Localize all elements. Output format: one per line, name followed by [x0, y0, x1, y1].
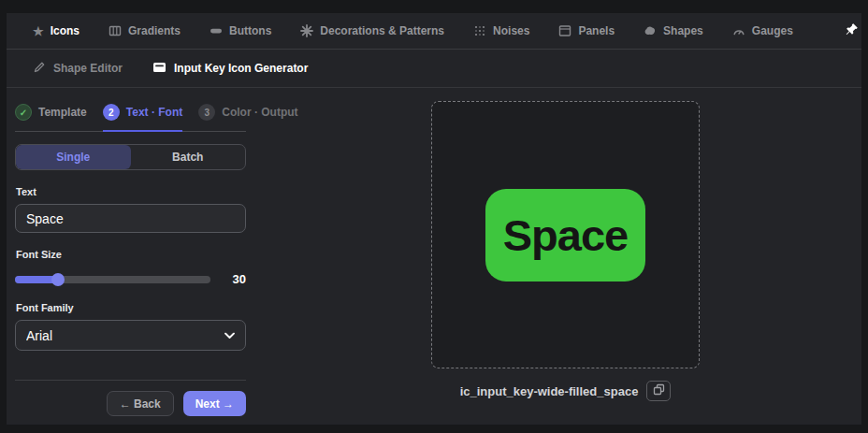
- wizard-buttons: ← Back Next →: [15, 391, 246, 416]
- step-label: Text · Font: [126, 106, 182, 119]
- mode-option-single[interactable]: Single: [16, 145, 131, 169]
- subnav-item-label: Shape Editor: [53, 62, 123, 75]
- font-size-slider[interactable]: [15, 276, 210, 283]
- next-button[interactable]: Next →: [183, 391, 246, 416]
- nav-item-decorations[interactable]: Decorations & Patterns: [300, 24, 444, 37]
- copy-filename-button[interactable]: [646, 381, 671, 401]
- nav-item-label: Gauges: [752, 24, 793, 37]
- subnav-item-input-key-generator[interactable]: Input Key Icon Generator: [152, 61, 308, 77]
- preview-panel: Space ic_input_key-wide-filled_space: [431, 101, 700, 401]
- text-field-label: Text: [16, 186, 260, 197]
- nav-item-label: Icons: [51, 24, 80, 37]
- font-family-label: Font Family: [16, 302, 260, 313]
- nav-item-label: Panels: [578, 24, 615, 37]
- mode-option-batch[interactable]: Batch: [131, 145, 246, 169]
- step-check-icon: ✓: [15, 104, 32, 121]
- generated-key-icon: Space: [485, 189, 645, 281]
- nav-item-label: Noises: [493, 24, 529, 37]
- slider-thumb[interactable]: [51, 273, 65, 286]
- pin-button[interactable]: [845, 19, 859, 43]
- nav-item-panels[interactable]: Panels: [558, 24, 615, 37]
- font-family-select[interactable]: Arial: [15, 320, 246, 351]
- step-label: Template: [38, 106, 87, 119]
- noise-dots-icon: [473, 24, 486, 37]
- copy-icon: [653, 383, 665, 398]
- nav-item-label: Shapes: [663, 24, 703, 37]
- gauge-icon: [732, 24, 745, 37]
- nav-item-noises[interactable]: Noises: [473, 24, 529, 37]
- nav-item-buttons[interactable]: Buttons: [210, 24, 271, 37]
- step-text-font[interactable]: 2 Text · Font: [103, 104, 182, 132]
- font-size-row: 30: [15, 272, 246, 286]
- subnav-item-shape-editor[interactable]: Shape Editor: [33, 61, 123, 77]
- nav-item-label: Gradients: [128, 24, 181, 37]
- top-navigation: ★ Icons Gradients Buttons Decorations & …: [7, 13, 861, 50]
- key-text: Space: [503, 209, 628, 261]
- settings-panel: ✓ Template 2 Text · Font 3 Color · Outpu…: [15, 88, 260, 416]
- star-icon: ★: [33, 25, 44, 37]
- font-family-select-wrap: Arial: [15, 320, 246, 351]
- gradient-icon: [108, 24, 122, 37]
- app-window: ★ Icons Gradients Buttons Decorations & …: [7, 13, 861, 425]
- subnav-item-label: Input Key Icon Generator: [174, 62, 308, 75]
- nav-item-shapes[interactable]: Shapes: [644, 24, 703, 37]
- icon-preview-canvas: Space: [431, 101, 700, 368]
- nav-item-label: Buttons: [229, 24, 271, 37]
- step-label: Color · Output: [222, 106, 297, 119]
- mode-toggle: Single Batch: [15, 144, 246, 170]
- input-key-icon: [152, 61, 166, 77]
- nav-item-gauges[interactable]: Gauges: [732, 24, 793, 37]
- nav-item-icons[interactable]: ★ Icons: [33, 24, 80, 37]
- step-color-output[interactable]: 3 Color · Output: [198, 104, 297, 132]
- main-content: ✓ Template 2 Text · Font 3 Color · Outpu…: [7, 88, 861, 425]
- nav-item-label: Decorations & Patterns: [320, 24, 444, 37]
- divider: [15, 380, 246, 381]
- text-input[interactable]: [15, 204, 246, 233]
- stepper: ✓ Template 2 Text · Font 3 Color · Outpu…: [15, 104, 246, 132]
- shape-blob-icon: [644, 24, 657, 37]
- decorations-burst-icon: [300, 24, 313, 37]
- step-template[interactable]: ✓ Template: [15, 104, 87, 132]
- filename-row: ic_input_key-wide-filled_space: [431, 381, 700, 401]
- nav-item-gradients[interactable]: Gradients: [108, 24, 181, 37]
- output-filename: ic_input_key-wide-filled_space: [460, 384, 639, 398]
- step-number-badge: 2: [103, 104, 120, 121]
- font-size-label: Font Size: [16, 249, 260, 260]
- back-button[interactable]: ← Back: [107, 391, 174, 416]
- panel-icon: [558, 24, 571, 37]
- pencil-icon: [33, 61, 46, 77]
- button-pill-icon: [210, 24, 223, 37]
- font-size-value: 30: [233, 272, 246, 286]
- step-number-badge: 3: [198, 104, 215, 121]
- pin-icon: [845, 22, 859, 40]
- sub-navigation: Shape Editor Input Key Icon Generator: [7, 50, 861, 88]
